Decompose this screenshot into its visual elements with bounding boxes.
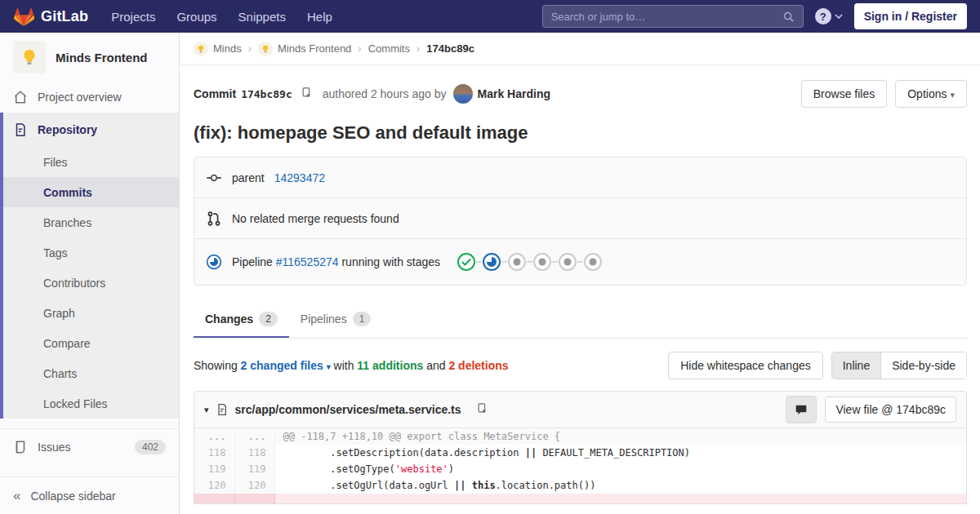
tab-label: Changes: [205, 312, 253, 326]
sidebar-item-issues[interactable]: Issues 402: [0, 428, 179, 464]
diff-view-controls: Hide whitespace changes Inline Side-by-s…: [668, 352, 967, 379]
inline-view-button[interactable]: Inline: [832, 352, 880, 379]
commit-header: Commit 174bc89c authored 2 hours ago by …: [194, 80, 967, 108]
hide-whitespace-button[interactable]: Hide whitespace changes: [668, 352, 823, 379]
breadcrumb-minds[interactable]: Minds: [194, 42, 242, 56]
new-line-number[interactable]: [234, 494, 274, 503]
with-label: with: [334, 359, 354, 372]
project-context[interactable]: Minds Frontend: [0, 33, 179, 82]
caret-down-icon: ▾: [327, 362, 331, 371]
options-label: Options: [907, 87, 947, 100]
tab-pipelines[interactable]: Pipelines 1: [289, 302, 383, 338]
sidebar-item-contributors[interactable]: Contributors: [3, 268, 179, 298]
old-line-number[interactable]: 120: [194, 477, 234, 494]
sidebar-item-locked-files[interactable]: Locked Files: [3, 388, 179, 419]
collapse-sidebar-button[interactable]: « Collapse sidebar: [0, 476, 179, 514]
new-line-number[interactable]: 119: [234, 461, 274, 477]
project-avatar: [13, 41, 46, 73]
gitlab-logo[interactable]: GitLab: [13, 6, 88, 27]
line-content: [274, 494, 966, 503]
main-content: Minds › Minds Frontend › Commits › 174bc…: [180, 33, 980, 514]
sidebar-item-graph[interactable]: Graph: [3, 298, 179, 328]
comment-icon: [795, 403, 808, 416]
nav-groups[interactable]: Groups: [176, 10, 216, 24]
pipeline-stage-created-icon[interactable]: [507, 252, 527, 272]
pipeline-stage-success-icon[interactable]: [457, 252, 476, 272]
old-line-number[interactable]: 119: [194, 461, 234, 477]
sidebar-item-project-overview[interactable]: Project overview: [0, 82, 179, 113]
help-dropdown[interactable]: ?: [815, 8, 843, 24]
pipeline-running-icon[interactable]: [206, 254, 222, 270]
pipeline-mini-graph: [457, 252, 603, 272]
sidebar-item-branches[interactable]: Branches: [3, 207, 179, 237]
diff-file-path[interactable]: src/app/common/services/meta.service.ts: [235, 403, 461, 416]
changed-files-dropdown[interactable]: 2 changed files ▾: [241, 359, 331, 372]
copy-sha-button[interactable]: [299, 85, 314, 103]
issues-count-badge: 402: [135, 440, 166, 454]
diff-file-actions: View file @ 174bc89c: [786, 396, 956, 423]
search-box[interactable]: [542, 5, 804, 28]
project-avatar-small: [258, 42, 273, 56]
authored-text: authored 2 hours ago by: [323, 87, 447, 100]
diff-line-context: 120120 .setOgUrl(data.ogUrl || this.loca…: [194, 477, 966, 494]
sidebar-item-repository[interactable]: Repository: [3, 113, 179, 147]
view-file-button[interactable]: View file @ 174bc89c: [825, 397, 956, 423]
pipeline-stage-created-icon[interactable]: [532, 252, 552, 272]
additions-count: 11 additions: [357, 359, 423, 372]
pipeline-stage-running-icon[interactable]: [482, 252, 501, 272]
commit-sha: 174bc89c: [241, 88, 292, 100]
pipeline-stage-created-icon[interactable]: [583, 252, 603, 272]
pipeline-id-link[interactable]: #116525274: [276, 255, 339, 268]
breadcrumb: Minds › Minds Frontend › Commits › 174bc…: [180, 33, 980, 65]
browse-files-button[interactable]: Browse files: [801, 80, 887, 108]
sidebar-item-tags[interactable]: Tags: [3, 237, 179, 268]
file-icon: [216, 403, 229, 416]
commit-tabs: Changes 2 Pipelines 1: [194, 302, 967, 339]
issues-icon: [13, 440, 28, 454]
search-input[interactable]: [551, 11, 782, 23]
toggle-comments-button[interactable]: [786, 396, 817, 423]
parent-sha-link[interactable]: 14293472: [274, 171, 325, 184]
new-line-number[interactable]: ...: [234, 428, 274, 445]
commit-actions: Browse files Options▾: [801, 80, 967, 108]
lightbulb-icon: [20, 47, 39, 67]
stage-connector: [527, 261, 532, 263]
old-line-number[interactable]: [194, 494, 234, 503]
pipeline-prefix: Pipeline: [232, 255, 273, 268]
double-chevron-left-icon: «: [13, 488, 20, 504]
navbar-right: ? Sign in / Register: [542, 3, 967, 29]
diff-controls: Showing 2 changed files ▾ with 11 additi…: [194, 352, 967, 379]
new-line-number[interactable]: 120: [234, 477, 274, 494]
sign-in-register-button[interactable]: Sign in / Register: [854, 3, 967, 29]
nav-help[interactable]: Help: [307, 10, 332, 24]
author-avatar[interactable]: [453, 84, 473, 104]
copy-file-path-button[interactable]: [474, 401, 490, 419]
old-line-number[interactable]: ...: [194, 428, 234, 445]
new-line-number[interactable]: 118: [234, 445, 274, 461]
breadcrumb-label: Minds: [213, 42, 242, 55]
pipeline-stage-created-icon[interactable]: [558, 252, 577, 272]
line-content: .setDescription(data.description || DEFA…: [274, 445, 966, 461]
pipelines-count-badge: 1: [353, 312, 372, 326]
breadcrumb-separator: ›: [416, 42, 420, 55]
sidebar-item-charts[interactable]: Charts: [3, 358, 179, 388]
sidebar-item-compare[interactable]: Compare: [3, 328, 179, 358]
tab-changes[interactable]: Changes 2: [194, 302, 289, 338]
home-icon: [13, 90, 28, 104]
nav-projects[interactable]: Projects: [111, 10, 155, 24]
sidebar-item-files[interactable]: Files: [3, 147, 179, 177]
options-dropdown-button[interactable]: Options▾: [895, 80, 967, 108]
search-icon[interactable]: [782, 11, 795, 23]
breadcrumb-minds-frontend[interactable]: Minds Frontend: [258, 42, 351, 56]
nav-snippets[interactable]: Snippets: [238, 10, 286, 24]
collapse-diff-caret-icon[interactable]: ▾: [204, 405, 209, 415]
breadcrumb-commits[interactable]: Commits: [368, 42, 410, 55]
document-icon: [13, 122, 28, 137]
author-name[interactable]: Mark Harding: [478, 87, 550, 100]
side-by-side-view-button[interactable]: Side-by-side: [880, 352, 966, 379]
commit-label: Commit: [194, 87, 236, 100]
old-line-number[interactable]: 118: [194, 445, 234, 461]
pipeline-text: Pipeline #116525274 running with stages: [232, 255, 440, 268]
breadcrumb-separator: ›: [248, 42, 252, 55]
sidebar-item-commits[interactable]: Commits: [3, 177, 179, 207]
